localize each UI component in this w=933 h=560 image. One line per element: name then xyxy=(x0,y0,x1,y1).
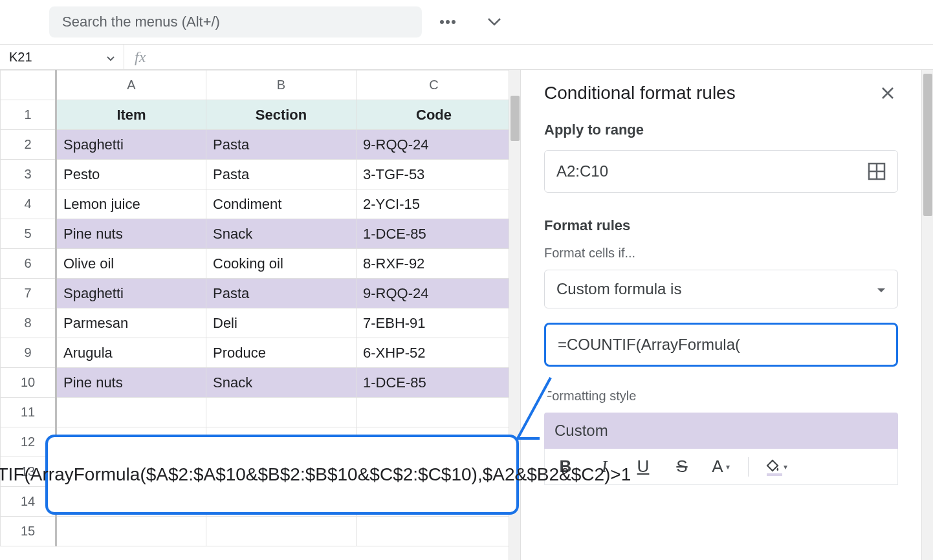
formula-callout: =COUNTIF(ArrayFormula($A$2:$A$10&$B$2:$B… xyxy=(45,435,519,515)
fx-label: fx xyxy=(124,48,156,66)
fill-color-button[interactable]: ▾ xyxy=(764,455,787,479)
sidebar-title: Conditional format rules xyxy=(544,83,736,103)
format-rules-label: Format rules xyxy=(544,217,898,234)
svg-point-1 xyxy=(446,20,450,24)
cell[interactable]: Pasta xyxy=(206,279,357,308)
close-icon[interactable] xyxy=(877,83,898,103)
callout-pointer xyxy=(515,376,554,447)
search-placeholder: Search the menus (Alt+/) xyxy=(62,14,220,30)
row-header[interactable]: 11 xyxy=(1,398,56,427)
row-header[interactable]: 2 xyxy=(1,130,56,160)
column-header-C[interactable]: C xyxy=(357,70,512,100)
row-header[interactable]: 9 xyxy=(1,338,56,368)
cell[interactable]: Section xyxy=(206,100,357,130)
text-color-button[interactable]: A▾ xyxy=(709,455,732,479)
cell[interactable]: 2-YCI-15 xyxy=(357,189,512,219)
cell[interactable]: 3-TGF-53 xyxy=(357,160,512,189)
format-cells-if-label: Format cells if... xyxy=(544,246,898,261)
cell[interactable] xyxy=(357,398,512,427)
range-value: A2:C10 xyxy=(556,162,608,180)
underline-button[interactable]: U xyxy=(631,455,655,479)
cell[interactable]: 9-RQQ-24 xyxy=(357,279,512,308)
range-input[interactable]: A2:C10 xyxy=(544,150,898,193)
row-header[interactable]: 6 xyxy=(1,249,56,279)
formula-input[interactable] xyxy=(156,45,933,69)
cell-reference: K21 xyxy=(9,50,32,65)
condition-value: Custom formula is xyxy=(556,280,681,298)
formatting-style-label: Formatting style xyxy=(544,389,898,404)
cell[interactable] xyxy=(56,517,206,546)
callout-text: =COUNTIF(ArrayFormula($A$2:$A$10&$B$2:$B… xyxy=(0,462,631,488)
cell[interactable]: Deli xyxy=(206,308,357,338)
cell[interactable]: Condiment xyxy=(206,189,357,219)
row-header[interactable]: 15 xyxy=(1,517,56,546)
select-all-corner[interactable] xyxy=(1,70,56,100)
apply-to-range-label: Apply to range xyxy=(544,122,898,138)
row-header[interactable]: 10 xyxy=(1,368,56,398)
more-icon[interactable] xyxy=(432,6,463,38)
cell[interactable]: 1-DCE-85 xyxy=(357,219,512,249)
row-header[interactable]: 4 xyxy=(1,189,56,219)
svg-point-2 xyxy=(452,20,456,24)
select-range-icon[interactable] xyxy=(868,162,886,180)
column-header-A[interactable]: A xyxy=(56,70,206,100)
top-toolbar: Search the menus (Alt+/) xyxy=(0,0,933,44)
strikethrough-button[interactable]: S xyxy=(670,455,694,479)
cell[interactable]: 8-RXF-92 xyxy=(357,249,512,279)
cell[interactable]: Pasta xyxy=(206,160,357,189)
menu-search-input[interactable]: Search the menus (Alt+/) xyxy=(49,6,422,38)
cell[interactable]: Olive oil xyxy=(56,249,206,279)
cell[interactable] xyxy=(206,517,357,546)
cell[interactable]: Pesto xyxy=(56,160,206,189)
cell[interactable]: Item xyxy=(56,100,206,130)
cell[interactable]: 1-DCE-85 xyxy=(357,368,512,398)
name-box[interactable]: K21 xyxy=(0,45,124,69)
toolbar-separator xyxy=(748,457,749,477)
cell[interactable]: Cooking oil xyxy=(206,249,357,279)
cell[interactable]: Spaghetti xyxy=(56,279,206,308)
cell[interactable]: Lemon juice xyxy=(56,189,206,219)
cell[interactable]: Produce xyxy=(206,338,357,368)
cell[interactable]: Snack xyxy=(206,219,357,249)
cell[interactable]: Pasta xyxy=(206,130,357,160)
cell[interactable]: Parmesan xyxy=(56,308,206,338)
cell[interactable]: Snack xyxy=(206,368,357,398)
row-header[interactable]: 8 xyxy=(1,308,56,338)
dropdown-caret-icon xyxy=(877,280,886,298)
cell[interactable]: 7-EBH-91 xyxy=(357,308,512,338)
row-header[interactable]: 5 xyxy=(1,219,56,249)
cell[interactable]: 9-RQQ-24 xyxy=(357,130,512,160)
formula-text: =COUNTIF(ArrayFormula( xyxy=(558,336,740,354)
sidebar-scrollbar[interactable] xyxy=(921,70,933,560)
cell[interactable]: Pine nuts xyxy=(56,368,206,398)
name-box-chevron-icon[interactable] xyxy=(107,50,115,65)
row-header[interactable]: 7 xyxy=(1,279,56,308)
column-header-B[interactable]: B xyxy=(206,70,357,100)
condition-select[interactable]: Custom formula is xyxy=(544,270,898,308)
cell[interactable] xyxy=(357,517,512,546)
formula-bar: K21 fx xyxy=(0,44,933,70)
chevron-down-icon[interactable] xyxy=(479,6,510,38)
cell[interactable]: Code xyxy=(357,100,512,130)
cell[interactable] xyxy=(56,398,206,427)
cell[interactable]: Spaghetti xyxy=(56,130,206,160)
style-preview-text: Custom xyxy=(554,422,608,440)
cell[interactable]: Arugula xyxy=(56,338,206,368)
row-header[interactable]: 1 xyxy=(1,100,56,130)
style-preview[interactable]: Custom xyxy=(544,413,898,449)
row-header[interactable]: 3 xyxy=(1,160,56,189)
cell[interactable] xyxy=(206,398,357,427)
svg-point-0 xyxy=(440,20,444,24)
custom-formula-input[interactable]: =COUNTIF(ArrayFormula( xyxy=(544,323,898,367)
cell[interactable]: 6-XHP-52 xyxy=(357,338,512,368)
cell[interactable]: Pine nuts xyxy=(56,219,206,249)
